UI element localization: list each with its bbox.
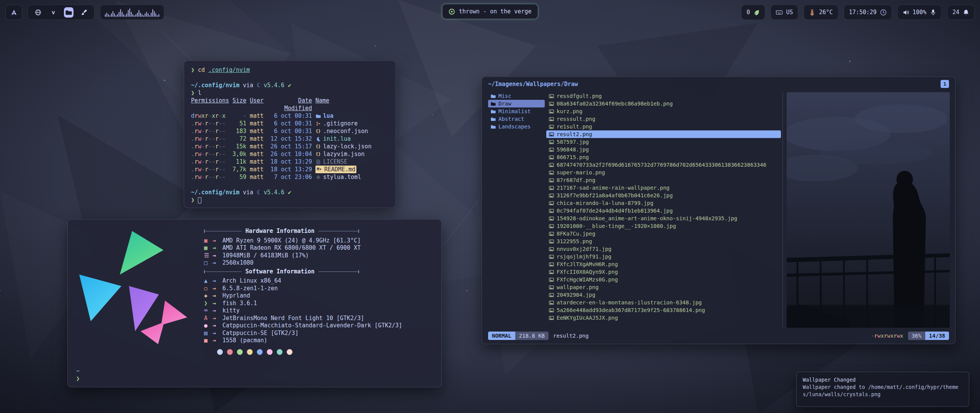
file-manager-window: ~/Imagenes/Wallpapers/Draw 1 MiscDrawMin… xyxy=(482,76,956,344)
file-item[interactable]: FXfcJlTXgAMvH6R.png xyxy=(546,260,781,268)
image-file-icon xyxy=(549,94,554,99)
image-file-icon xyxy=(549,285,554,290)
image-file-icon xyxy=(549,178,554,183)
file-item[interactable]: 20492984.jpg xyxy=(546,291,781,299)
breadcrumb[interactable]: ~/Imagenes/Wallpapers/Draw xyxy=(488,81,578,88)
file-item[interactable]: 866715.png xyxy=(546,153,781,161)
image-file-icon xyxy=(549,193,554,198)
braces-icon: {} xyxy=(315,127,321,135)
workspaces-module: v xyxy=(28,5,95,20)
image-file-icon xyxy=(549,308,554,313)
file-item[interactable]: chica-mirando-la-luna-8799.jpg xyxy=(546,199,781,207)
shell-command-line: ❯ cd .config/nvim xyxy=(191,66,389,74)
file-name: init.lua xyxy=(315,135,351,143)
file-item[interactable]: 587597.jpg xyxy=(546,138,781,146)
file-item[interactable]: super-mario.png xyxy=(546,169,781,176)
mode-size-group: NORMAL 218.8 KB xyxy=(488,332,549,340)
file-item[interactable]: rsjqojlmjhf91.jpg xyxy=(546,253,781,260)
file-item[interactable]: kurz.png xyxy=(546,107,781,115)
clock-module[interactable]: 17:50:29 xyxy=(844,5,892,20)
file-item[interactable]: 68747470733a2f2f696d616765732d7769786d70… xyxy=(546,161,781,169)
file-item[interactable]: 8FKa7Cu.jpeg xyxy=(546,230,781,237)
player-icon xyxy=(449,8,455,15)
cwd: ~ xyxy=(76,367,80,375)
image-file-icon xyxy=(549,208,554,213)
lua-icon: ☾ xyxy=(257,189,260,196)
file-item[interactable]: 19201080-__blue-tinge__-1920×1080.jpg xyxy=(546,222,781,230)
file-date: 7 oct 23:06 xyxy=(269,173,312,181)
file-manager-body: MiscDrawMinimalistAbstractLandscapes res… xyxy=(488,92,950,328)
ls-header: Permissions xyxy=(191,97,227,112)
file-item[interactable]: EeNKYgIUcAAJ5JX.png xyxy=(546,314,781,322)
file-permissions: .rw-r--r-- xyxy=(191,135,227,143)
notifications-module[interactable]: 24 xyxy=(947,5,975,20)
file-item[interactable]: 217167-sad-anime-rain-wallpaper.png xyxy=(546,184,781,192)
audio-visualizer-module[interactable] xyxy=(100,5,164,20)
file-item[interactable]: 3126f7e9bbf21a8a4af0b67b041c6e26.jpg xyxy=(546,192,781,199)
fetch-line: ◈→Hyprland xyxy=(204,292,434,300)
file-item[interactable]: FXfcII0X0AQyn9X.png xyxy=(546,268,781,276)
workspace-editor[interactable]: v xyxy=(49,7,58,18)
command: cd xyxy=(198,67,205,73)
fetch-line: ❯→fish 3.6.1 xyxy=(204,300,434,307)
workspace-browser[interactable] xyxy=(33,7,43,18)
volume-module[interactable]: 100% xyxy=(897,5,942,20)
image-file-icon xyxy=(549,300,554,305)
image-file-icon xyxy=(549,155,554,160)
file-item[interactable]: 08a634fa02a32364f69ebc86a98eb1eb.png xyxy=(546,100,781,107)
temperature-module[interactable]: 26°C xyxy=(804,5,838,20)
file-item[interactable]: 3122955.png xyxy=(546,237,781,245)
image-file-icon xyxy=(549,224,554,229)
file-item[interactable]: re1sult.png xyxy=(546,123,781,130)
file-item[interactable]: 87r687df.png xyxy=(546,176,781,184)
file-size: 59 xyxy=(231,173,247,181)
icons-icon: ▤ xyxy=(204,330,212,337)
keyboard-layout-module[interactable]: US xyxy=(771,5,798,20)
workspace-design[interactable] xyxy=(79,7,89,18)
terminal-icon: ⌨ xyxy=(204,307,212,315)
notification-popup[interactable]: Wallpaper Changed Wallpaper changed to /… xyxy=(796,372,969,407)
file-item[interactable]: FXfcHgcWIAMzs0G.png xyxy=(546,276,781,283)
shell-input-line[interactable]: ❯ xyxy=(191,196,389,204)
file-item[interactable]: 0c794faf07de24a4db4d4fb1eb813964.jpg xyxy=(546,207,781,215)
updates-module[interactable]: 0 xyxy=(741,5,765,20)
parent-dir-item[interactable]: Landscapes xyxy=(488,123,545,130)
media-module[interactable]: thrown - on the verge xyxy=(442,4,538,19)
file-item[interactable]: 5a266e448add93deab367d87173e9f25-6837886… xyxy=(546,306,781,314)
launcher-button[interactable] xyxy=(5,5,22,20)
git-icon xyxy=(315,121,321,126)
fetch-line: ■→1558 (pacman) xyxy=(204,337,434,345)
fetch-prompt[interactable]: ~ ❯ xyxy=(76,367,80,382)
command-argument: .config/nvim xyxy=(208,67,250,73)
file-item[interactable]: 596848.jpg xyxy=(546,146,781,153)
fetch-line: ▤→Catppuccin-SE [GTK2/3] xyxy=(204,330,434,337)
cwd: ~/.config/nvim xyxy=(191,82,239,89)
system-info: Hardware Information▣→AMD Ryzen 9 5900X … xyxy=(189,226,434,380)
workspace-files[interactable] xyxy=(64,7,74,18)
browser-icon xyxy=(35,9,41,16)
keyboard-icon xyxy=(776,9,782,16)
microphone-icon xyxy=(930,9,936,16)
parent-dir-item[interactable]: Abstract xyxy=(488,115,545,123)
file-item[interactable]: result2.png xyxy=(546,130,781,138)
tab-indicator[interactable]: 1 xyxy=(941,80,949,88)
parent-dir-item[interactable]: Misc xyxy=(488,92,545,100)
ls-header: Name xyxy=(315,97,389,112)
file-size: 11k xyxy=(231,158,247,166)
file-date: 18 oct 13:29 xyxy=(269,166,312,173)
parent-dir-item[interactable]: Draw xyxy=(488,100,545,107)
shell-command-line: ❯ l xyxy=(191,89,389,97)
file-item[interactable]: 154928-odinokoe_anime-art-anime-okno-sin… xyxy=(546,215,781,222)
file-item[interactable]: resssult.png xyxy=(546,115,781,123)
file-item[interactable]: atardecer-en-la-montanas-ilustracion-634… xyxy=(546,299,781,306)
file-item[interactable]: ressdfgult.png xyxy=(546,92,781,100)
image-file-icon xyxy=(549,201,554,206)
license-icon xyxy=(315,159,321,164)
file-size: 183 xyxy=(231,127,247,135)
system-info-window: Hardware Information▣→AMD Ryzen 9 5900X … xyxy=(67,219,442,387)
file-item[interactable]: nnvuv0xj2df71.jpg xyxy=(546,245,781,253)
file-item[interactable]: wallpaper.png xyxy=(546,283,781,291)
folder-icon xyxy=(490,101,496,106)
scroll-percent: 36% xyxy=(908,332,925,340)
parent-dir-item[interactable]: Minimalist xyxy=(488,107,545,115)
